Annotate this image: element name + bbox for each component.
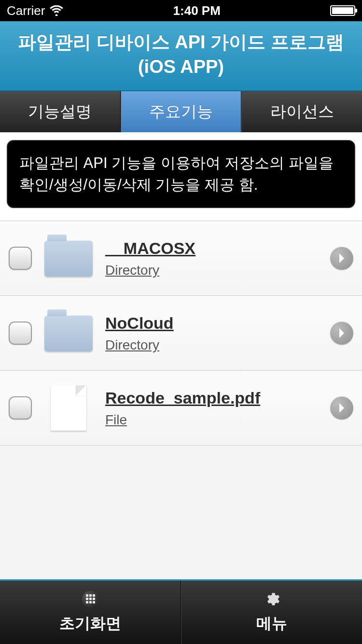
list-item[interactable]: Recode_sample.pdf File (0, 371, 362, 445)
folder-icon (44, 236, 93, 281)
clock: 1:40 PM (173, 3, 221, 18)
item-text: __MACOSX Directory (105, 239, 318, 278)
checkbox[interactable] (9, 247, 32, 270)
tab-license[interactable]: 라이선스 (241, 91, 362, 132)
status-bar: Carrier 1:40 PM (0, 0, 362, 21)
menu-button[interactable]: 메뉴 (181, 581, 362, 644)
item-name[interactable]: __MACOSX (105, 239, 318, 258)
folder-icon (44, 310, 93, 356)
chevron-right-icon[interactable] (330, 396, 353, 420)
file-icon (44, 385, 93, 431)
file-list: __MACOSX Directory NoCloud Directory Rec… (0, 221, 362, 446)
carrier-label: Carrier (7, 3, 45, 18)
item-text: Recode_sample.pdf File (105, 389, 318, 428)
item-type: Directory (105, 337, 318, 353)
item-type: Directory (105, 263, 318, 278)
header-title-line1: 파일관리 디바이스 API 가이드 프로그램 (10, 30, 352, 55)
battery-icon (330, 5, 355, 16)
chevron-right-icon[interactable] (330, 322, 353, 345)
item-name[interactable]: NoCloud (105, 314, 318, 333)
tab-main-features[interactable]: 주요기능 (121, 91, 242, 132)
item-text: NoCloud Directory (105, 314, 318, 353)
chevron-right-icon[interactable] (330, 247, 353, 270)
status-right (330, 5, 355, 16)
menu-label: 메뉴 (256, 613, 287, 634)
wifi-icon (50, 5, 63, 16)
checkbox[interactable] (9, 322, 32, 345)
list-item[interactable]: NoCloud Directory (0, 296, 362, 371)
bottom-toolbar: 초기화면 메뉴 (0, 579, 362, 644)
checkbox[interactable] (9, 396, 32, 420)
header-title-line2: (iOS APP) (10, 55, 352, 79)
gear-icon (264, 591, 280, 607)
item-type: File (105, 412, 318, 428)
home-button[interactable]: 초기화면 (0, 581, 181, 644)
grid-icon (82, 591, 98, 607)
item-name[interactable]: Recode_sample.pdf (105, 389, 318, 407)
app-header: 파일관리 디바이스 API 가이드 프로그램 (iOS APP) (0, 21, 362, 91)
list-item[interactable]: __MACOSX Directory (0, 221, 362, 296)
tab-description[interactable]: 기능설명 (0, 91, 121, 132)
description-container: 파일관리 API 기능을 이용하여 저장소의 파일을 확인/생성/이동/삭제 기… (0, 132, 362, 221)
description-text: 파일관리 API 기능을 이용하여 저장소의 파일을 확인/생성/이동/삭제 기… (7, 140, 355, 209)
status-left: Carrier (7, 3, 63, 18)
tab-bar: 기능설명 주요기능 라이선스 (0, 91, 362, 132)
home-label: 초기화면 (59, 613, 121, 634)
